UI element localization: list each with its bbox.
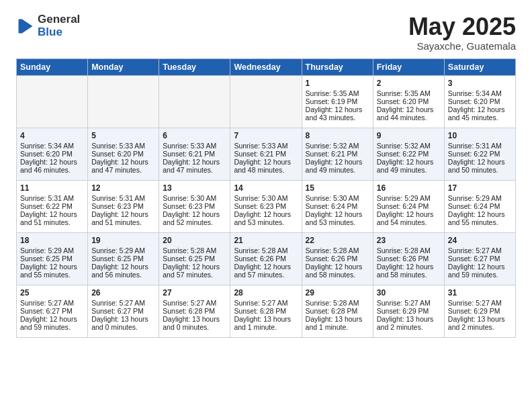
cell-content-line: Daylight: 12 hours [20, 315, 84, 323]
day-number: 11 [20, 183, 84, 193]
cell-content-line: and 51 minutes. [91, 218, 155, 226]
cell-content-line: and 58 minutes. [377, 271, 441, 279]
day-number: 5 [91, 131, 155, 140]
calendar-cell [230, 75, 302, 128]
cell-content-line: Sunrise: 5:35 AM [377, 89, 441, 97]
day-number: 14 [234, 183, 298, 193]
calendar-cell: 23Sunrise: 5:28 AMSunset: 6:26 PMDayligh… [373, 232, 444, 285]
cell-content-line: Daylight: 12 hours [91, 158, 155, 166]
page: General Blue May 2025 Sayaxche, Guatemal… [0, 0, 532, 351]
day-number: 13 [163, 183, 226, 193]
cell-content-line: Sunset: 6:23 PM [234, 202, 298, 210]
cell-content-line: and 59 minutes. [20, 323, 84, 331]
cell-content-line: and 45 minutes. [448, 113, 512, 122]
calendar-cell: 19Sunrise: 5:29 AMSunset: 6:25 PMDayligh… [88, 232, 159, 285]
cell-content-line: Daylight: 12 hours [306, 158, 369, 166]
day-number: 24 [448, 236, 512, 245]
calendar-cell [88, 75, 159, 128]
cell-content-line: Sunset: 6:26 PM [377, 255, 441, 263]
weekday-header-sunday: Sunday [17, 58, 88, 75]
calendar-cell: 28Sunrise: 5:27 AMSunset: 6:28 PMDayligh… [230, 285, 302, 337]
cell-content-line: and 49 minutes. [377, 166, 441, 174]
cell-content-line: Sunrise: 5:27 AM [20, 299, 84, 307]
day-number: 2 [377, 79, 441, 88]
cell-content-line: Sunset: 6:20 PM [448, 97, 512, 105]
cell-content-line: Sunrise: 5:27 AM [163, 299, 226, 307]
cell-content-line: Daylight: 12 hours [163, 263, 226, 271]
cell-content-line: Sunrise: 5:29 AM [91, 246, 155, 255]
cell-content-line: and 43 minutes. [306, 113, 369, 122]
day-number: 15 [306, 183, 369, 193]
day-number: 19 [91, 236, 155, 245]
cell-content-line: and 54 minutes. [377, 218, 441, 226]
calendar-cell: 24Sunrise: 5:27 AMSunset: 6:27 PMDayligh… [444, 232, 515, 285]
cell-content-line: and 2 minutes. [377, 323, 441, 331]
cell-content-line: Sunrise: 5:29 AM [448, 194, 512, 202]
cell-content-line: Daylight: 13 hours [448, 315, 512, 323]
calendar-cell: 31Sunrise: 5:27 AMSunset: 6:29 PMDayligh… [444, 285, 515, 337]
cell-content-line: Sunset: 6:22 PM [448, 150, 512, 158]
cell-content-line: Sunrise: 5:33 AM [91, 142, 155, 150]
cell-content-line: Sunset: 6:28 PM [306, 307, 369, 315]
cell-content-line: Daylight: 12 hours [20, 210, 84, 218]
calendar-cell: 12Sunrise: 5:31 AMSunset: 6:23 PMDayligh… [88, 180, 159, 232]
cell-content-line: Daylight: 12 hours [91, 263, 155, 271]
cell-content-line: Sunrise: 5:31 AM [20, 194, 84, 202]
cell-content-line: Sunset: 6:24 PM [306, 202, 369, 210]
cell-content-line: Sunrise: 5:33 AM [163, 142, 226, 150]
cell-content-line: Sunrise: 5:32 AM [306, 142, 369, 150]
cell-content-line: and 2 minutes. [448, 323, 512, 331]
cell-content-line: Daylight: 12 hours [306, 263, 369, 271]
cell-content-line: Daylight: 13 hours [377, 315, 441, 323]
cell-content-line: Sunset: 6:28 PM [163, 307, 226, 315]
cell-content-line: Sunset: 6:23 PM [91, 202, 155, 210]
cell-content-line: Sunrise: 5:30 AM [234, 194, 298, 202]
cell-content-line: Daylight: 12 hours [448, 105, 512, 113]
cell-content-line: Sunrise: 5:33 AM [234, 142, 298, 150]
cell-content-line: Daylight: 12 hours [306, 105, 369, 113]
cell-content-line: and 47 minutes. [91, 166, 155, 174]
cell-content-line: Daylight: 12 hours [91, 210, 155, 218]
cell-content-line: Sunset: 6:19 PM [306, 97, 369, 105]
calendar-week-3: 11Sunrise: 5:31 AMSunset: 6:22 PMDayligh… [17, 180, 516, 232]
cell-content-line: and 57 minutes. [163, 271, 226, 279]
cell-content-line: Daylight: 13 hours [163, 315, 226, 323]
logo-icon [16, 17, 35, 36]
cell-content-line: Sunrise: 5:27 AM [377, 299, 441, 307]
cell-content-line: Sunrise: 5:28 AM [306, 299, 369, 307]
cell-content-line: Sunset: 6:29 PM [377, 307, 441, 315]
calendar-cell: 9Sunrise: 5:32 AMSunset: 6:22 PMDaylight… [373, 128, 444, 180]
cell-content-line: and 0 minutes. [91, 323, 155, 331]
cell-content-line: Sunrise: 5:32 AM [377, 142, 441, 150]
calendar-header: SundayMondayTuesdayWednesdayThursdayFrid… [17, 58, 516, 75]
day-number: 26 [91, 288, 155, 298]
day-number: 12 [91, 183, 155, 193]
calendar-cell: 20Sunrise: 5:28 AMSunset: 6:25 PMDayligh… [159, 232, 230, 285]
cell-content-line: Sunrise: 5:34 AM [20, 142, 84, 150]
cell-content-line: Daylight: 12 hours [377, 158, 441, 166]
calendar-cell: 30Sunrise: 5:27 AMSunset: 6:29 PMDayligh… [373, 285, 444, 337]
cell-content-line: Daylight: 12 hours [377, 105, 441, 113]
cell-content-line: Sunset: 6:23 PM [163, 202, 226, 210]
calendar-cell: 2Sunrise: 5:35 AMSunset: 6:20 PMDaylight… [373, 75, 444, 128]
cell-content-line: Sunrise: 5:29 AM [20, 246, 84, 255]
day-number: 8 [306, 131, 369, 140]
day-number: 21 [234, 236, 298, 245]
calendar-cell: 11Sunrise: 5:31 AMSunset: 6:22 PMDayligh… [17, 180, 88, 232]
day-number: 31 [448, 288, 512, 298]
cell-content-line: Sunset: 6:20 PM [377, 97, 441, 105]
weekday-header-friday: Friday [373, 58, 444, 75]
svg-rect-1 [19, 19, 23, 33]
cell-content-line: Sunrise: 5:28 AM [234, 246, 298, 255]
cell-content-line: and 48 minutes. [234, 166, 298, 174]
cell-content-line: Sunrise: 5:27 AM [234, 299, 298, 307]
calendar-cell: 18Sunrise: 5:29 AMSunset: 6:25 PMDayligh… [17, 232, 88, 285]
weekday-header-monday: Monday [88, 58, 159, 75]
cell-content-line: Sunrise: 5:27 AM [448, 299, 512, 307]
day-number: 16 [377, 183, 441, 193]
cell-content-line: Sunrise: 5:28 AM [163, 246, 226, 255]
cell-content-line: Sunset: 6:24 PM [377, 202, 441, 210]
cell-content-line: Daylight: 12 hours [163, 158, 226, 166]
cell-content-line: Sunrise: 5:27 AM [91, 299, 155, 307]
cell-content-line: Daylight: 12 hours [163, 210, 226, 218]
